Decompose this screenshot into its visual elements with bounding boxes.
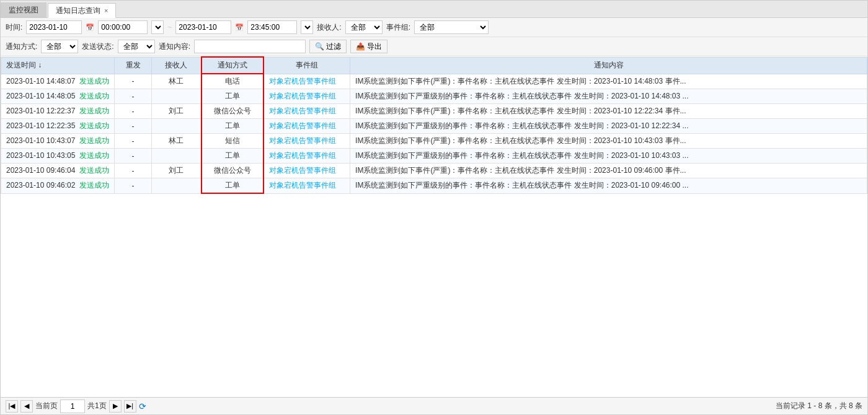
cell-time: 2023-01-10 14:48:07 发送成功 (1, 74, 115, 89)
export-button[interactable]: 📤 导出 (350, 40, 388, 53)
tab-notify-log-label: 通知日志查询 (56, 6, 100, 16)
cell-recipient (152, 119, 202, 134)
event-group-link[interactable]: 对象宕机告警事件组 (269, 77, 336, 85)
time-separator: ~ (167, 23, 172, 32)
cell-recipient: 刘工 (152, 164, 202, 178)
send-status[interactable]: 发送成功 (79, 92, 109, 100)
event-group-link[interactable]: 对象宕机告警事件组 (269, 166, 336, 175)
time-value: 2023-01-10 10:43:07 (6, 136, 75, 145)
prev-page-button[interactable]: ◀ (20, 400, 33, 413)
next-page-button[interactable]: ▶ (109, 400, 122, 413)
send-status[interactable]: 发送成功 (79, 136, 109, 145)
header-time[interactable]: 发送时间 ↓ (1, 57, 115, 74)
notify-method-label: 通知方式: (6, 42, 37, 52)
date-end-input[interactable] (175, 20, 231, 34)
cell-method: 工单 (202, 178, 264, 194)
cell-method: 电话 (202, 74, 264, 89)
cell-resend: - (115, 119, 152, 134)
event-group-link[interactable]: 对象宕机告警事件组 (269, 92, 336, 100)
time-value: 2023-01-10 09:46:02 (6, 181, 75, 190)
header-resend-label: 重发 (126, 61, 141, 69)
send-status[interactable]: 发送成功 (79, 77, 109, 85)
event-group-label: 事件组: (386, 22, 410, 33)
send-status-select[interactable]: 全部 发送成功 发送失败 (118, 40, 155, 53)
event-group-select[interactable]: 全部 (414, 20, 489, 34)
tab-monitor[interactable]: 监控视图 (1, 2, 46, 17)
cell-group: 对象宕机告警事件组 (264, 74, 350, 89)
send-status[interactable]: 发送成功 (79, 151, 109, 160)
time-value: 2023-01-10 12:22:35 (6, 121, 75, 130)
table-container: 发送时间 ↓ 重发 接收人 通知方式 事件组 (1, 56, 867, 397)
current-page-label: 当前页 (35, 401, 58, 411)
content-value: IM系统监测到如下严重级别的事件：事件名称：主机在线状态事件 发生时间：2023… (355, 151, 688, 160)
time-start-input[interactable] (98, 20, 148, 34)
cell-group: 对象宕机告警事件组 (264, 178, 350, 194)
recipient-select[interactable]: 全部 林工 刘工 (345, 20, 383, 34)
last-page-button[interactable]: ▶| (124, 400, 136, 413)
filter-label: 过滤 (326, 42, 341, 52)
cell-content: IM系统监测到如下严重级别的事件：事件名称：主机在线状态事件 发生时间：2023… (350, 178, 867, 194)
send-status[interactable]: 发送成功 (79, 107, 109, 115)
cell-time: 2023-01-10 09:46:04 发送成功 (1, 164, 115, 178)
table-row: 2023-01-10 14:48:07 发送成功 - 林工 电话 对象宕机告警事… (1, 74, 867, 89)
calendar-start-icon[interactable]: 📅 (86, 24, 94, 32)
cell-content: IM系统监测到如下严重级别的事件：事件名称：主机在线状态事件 发生时间：2023… (350, 149, 867, 164)
cell-recipient: 刘工 (152, 104, 202, 119)
tab-monitor-label: 监控视图 (9, 5, 38, 15)
table-row: 2023-01-10 09:46:02 发送成功 - 工单 对象宕机告警事件组 … (1, 178, 867, 194)
date-start-input[interactable] (26, 20, 82, 34)
recipient-label: 接收人: (317, 22, 341, 33)
time-start-select[interactable]: ▼ (151, 20, 164, 34)
cell-time: 2023-01-10 10:43:05 发送成功 (1, 149, 115, 164)
time-end-select[interactable]: ▼ (301, 20, 313, 34)
cell-content: IM系统监测到如下事件(严重)：事件名称：主机在线状态事件 发生时间：2023-… (350, 164, 867, 178)
event-group-link[interactable]: 对象宕机告警事件组 (269, 107, 336, 115)
cell-time: 2023-01-10 12:22:37 发送成功 (1, 104, 115, 119)
header-method: 通知方式 (202, 57, 264, 74)
cell-method: 短信 (202, 134, 264, 149)
content-input[interactable] (194, 40, 306, 53)
cell-group: 对象宕机告警事件组 (264, 119, 350, 134)
header-method-label: 通知方式 (218, 61, 247, 69)
cell-content: IM系统监测到如下事件(严重)：事件名称：主机在线状态事件 发生时间：2023-… (350, 134, 867, 149)
cell-content: IM系统监测到如下事件(严重)：事件名称：主机在线状态事件 发生时间：2023-… (350, 74, 867, 89)
time-label: 时间: (6, 22, 22, 33)
cell-recipient: 林工 (152, 134, 202, 149)
event-group-link[interactable]: 对象宕机告警事件组 (269, 151, 336, 160)
event-group-link[interactable]: 对象宕机告警事件组 (269, 181, 336, 190)
cell-resend: - (115, 178, 152, 194)
table-row: 2023-01-10 12:22:35 发送成功 - 工单 对象宕机告警事件组 … (1, 119, 867, 134)
time-value: 2023-01-10 12:22:37 (6, 107, 75, 115)
tab-close-icon[interactable]: × (104, 7, 108, 14)
time-value: 2023-01-10 14:48:05 (6, 92, 75, 100)
cell-method: 工单 (202, 89, 264, 104)
time-end-input[interactable] (247, 20, 297, 34)
page-number-input[interactable] (60, 400, 85, 413)
app-container: 监控视图 通知日志查询 × 时间: 📅 ▼ ~ 📅 ▼ 接收人: 全部 林工 刘… (0, 0, 868, 415)
cell-resend: - (115, 149, 152, 164)
send-status[interactable]: 发送成功 (79, 166, 109, 175)
calendar-end-icon[interactable]: 📅 (235, 24, 244, 32)
content-value: IM系统监测到如下严重级别的事件：事件名称：主机在线状态事件 发生时间：2023… (355, 92, 688, 100)
export-label: 导出 (367, 42, 382, 52)
send-status[interactable]: 发送成功 (79, 121, 109, 130)
notify-method-select[interactable]: 全部 电话 短信 微信公众号 工单 (41, 40, 78, 53)
pagination: |◀ ◀ 当前页 共1页 ▶ ▶| ⟳ (6, 400, 146, 413)
event-group-link[interactable]: 对象宕机告警事件组 (269, 121, 336, 130)
toolbar-row-2: 通知方式: 全部 电话 短信 微信公众号 工单 发送状态: 全部 发送成功 发送… (1, 37, 867, 56)
cell-resend: - (115, 89, 152, 104)
time-value: 2023-01-10 10:43:05 (6, 151, 75, 160)
filter-button[interactable]: 🔍 过滤 (309, 40, 347, 53)
tab-notify-log[interactable]: 通知日志查询 × (48, 3, 116, 18)
refresh-button[interactable]: ⟳ (139, 401, 146, 411)
content-label: 通知内容: (159, 42, 190, 52)
cell-group: 对象宕机告警事件组 (264, 164, 350, 178)
filter-icon: 🔍 (315, 42, 324, 51)
send-status[interactable]: 发送成功 (79, 181, 109, 190)
cell-recipient: 林工 (152, 74, 202, 89)
cell-recipient (152, 178, 202, 194)
cell-content: IM系统监测到如下事件(严重)：事件名称：主机在线状态事件 发生时间：2023-… (350, 104, 867, 119)
cell-method: 工单 (202, 119, 264, 134)
event-group-link[interactable]: 对象宕机告警事件组 (269, 136, 336, 145)
first-page-button[interactable]: |◀ (6, 400, 18, 413)
